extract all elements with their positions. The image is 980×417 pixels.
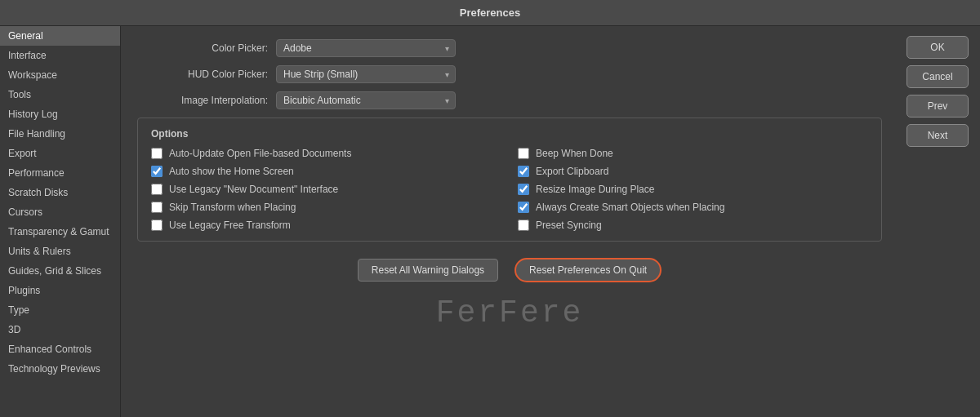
option-beep: Beep When Done [518, 148, 868, 159]
sidebar-item-3d[interactable]: 3D [0, 320, 120, 339]
next-button[interactable]: Next [906, 124, 969, 147]
checkbox-auto-update[interactable] [151, 148, 163, 159]
sidebar-item-export[interactable]: Export [0, 144, 120, 163]
sidebar-item-general[interactable]: General [0, 26, 120, 46]
sidebar-item-performance[interactable]: Performance [0, 163, 120, 183]
cancel-button[interactable]: Cancel [906, 65, 969, 88]
option-label-skip-transform: Skip Transform when Placing [169, 202, 296, 213]
options-title: Options [151, 128, 868, 140]
ok-button[interactable]: OK [906, 36, 969, 59]
option-label-export-clipboard: Export Clipboard [536, 166, 608, 177]
image-interpolation-select-wrapper: Bicubic Automatic [276, 91, 456, 109]
color-picker-row: Color Picker: Adobe [137, 39, 882, 57]
option-label-preset-syncing: Preset Syncing [536, 220, 602, 231]
sidebar-item-technology-previews[interactable]: Technology Previews [0, 359, 120, 379]
watermark: FerFere [137, 295, 882, 330]
checkbox-resize-place[interactable] [518, 184, 529, 195]
sidebar-item-type[interactable]: Type [0, 300, 120, 320]
options-box: Options Auto-Update Open File-based Docu… [137, 118, 882, 242]
hud-color-picker-label: HUD Color Picker: [137, 69, 268, 80]
checkbox-home-screen[interactable] [151, 166, 163, 177]
reset-warnings-button[interactable]: Reset All Warning Dialogs [358, 259, 498, 282]
option-legacy-free-transform: Use Legacy Free Transform [151, 220, 501, 231]
sidebar-item-workspace[interactable]: Workspace [0, 65, 120, 85]
checkbox-preset-syncing[interactable] [518, 220, 529, 231]
option-auto-update: Auto-Update Open File-based Documents [151, 148, 501, 159]
option-label-smart-objects: Always Create Smart Objects when Placing [536, 202, 724, 213]
option-label-resize-place: Resize Image During Place [536, 184, 654, 195]
dialog-title: Preferences [460, 7, 520, 19]
checkbox-legacy-free-transform[interactable] [151, 220, 163, 231]
checkbox-legacy-new-doc[interactable] [151, 184, 163, 195]
right-panel: OK Cancel Prev Next [898, 26, 980, 417]
sidebar-item-transparency--gamut[interactable]: Transparency & Gamut [0, 222, 120, 242]
option-resize-place: Resize Image During Place [518, 184, 868, 195]
sidebar-item-cursors[interactable]: Cursors [0, 202, 120, 222]
option-label-legacy-free-transform: Use Legacy Free Transform [169, 220, 291, 231]
sidebar-item-history-log[interactable]: History Log [0, 104, 120, 124]
content-area: Color Picker: Adobe HUD Color Picker: Hu… [121, 26, 898, 417]
sidebar-item-enhanced-controls[interactable]: Enhanced Controls [0, 339, 120, 359]
bottom-buttons: Reset All Warning Dialogs Reset Preferen… [137, 258, 882, 282]
option-smart-objects: Always Create Smart Objects when Placing [518, 202, 868, 213]
hud-color-picker-select[interactable]: Hue Strip (Small) [276, 65, 456, 83]
option-skip-transform: Skip Transform when Placing [151, 202, 501, 213]
option-label-home-screen: Auto show the Home Screen [169, 166, 294, 177]
image-interpolation-row: Image Interpolation: Bicubic Automatic [137, 91, 882, 109]
option-preset-syncing: Preset Syncing [518, 220, 868, 231]
option-home-screen: Auto show the Home Screen [151, 166, 501, 177]
prev-button[interactable]: Prev [906, 95, 969, 118]
checkbox-export-clipboard[interactable] [518, 166, 529, 177]
option-label-legacy-new-doc: Use Legacy "New Document" Interface [169, 184, 338, 195]
sidebar-item-tools[interactable]: Tools [0, 85, 120, 104]
option-label-auto-update: Auto-Update Open File-based Documents [169, 148, 351, 159]
options-grid: Auto-Update Open File-based Documents Be… [151, 148, 868, 231]
sidebar-item-units--rulers[interactable]: Units & Rulers [0, 242, 120, 261]
sidebar-item-guides-grid--slices[interactable]: Guides, Grid & Slices [0, 261, 120, 281]
reset-prefs-button[interactable]: Reset Preferences On Quit [514, 258, 662, 282]
color-picker-select[interactable]: Adobe [276, 39, 456, 57]
checkbox-smart-objects[interactable] [518, 202, 529, 213]
color-picker-select-wrapper: Adobe [276, 39, 456, 57]
hud-color-picker-select-wrapper: Hue Strip (Small) [276, 65, 456, 83]
checkbox-beep[interactable] [518, 148, 529, 159]
option-export-clipboard: Export Clipboard [518, 166, 868, 177]
option-legacy-new-doc: Use Legacy "New Document" Interface [151, 184, 501, 195]
sidebar-item-file-handling[interactable]: File Handling [0, 124, 120, 144]
color-picker-label: Color Picker: [137, 42, 268, 54]
sidebar: GeneralInterfaceWorkspaceToolsHistory Lo… [0, 26, 121, 417]
image-interpolation-label: Image Interpolation: [137, 95, 268, 106]
sidebar-item-scratch-disks[interactable]: Scratch Disks [0, 183, 120, 202]
checkbox-skip-transform[interactable] [151, 202, 163, 213]
title-bar: Preferences [0, 0, 980, 26]
hud-color-picker-row: HUD Color Picker: Hue Strip (Small) [137, 65, 882, 83]
sidebar-item-interface[interactable]: Interface [0, 46, 120, 65]
watermark-text: FerFere [436, 295, 584, 330]
image-interpolation-select[interactable]: Bicubic Automatic [276, 91, 456, 109]
sidebar-item-plugins[interactable]: Plugins [0, 281, 120, 300]
option-label-beep: Beep When Done [536, 148, 613, 159]
